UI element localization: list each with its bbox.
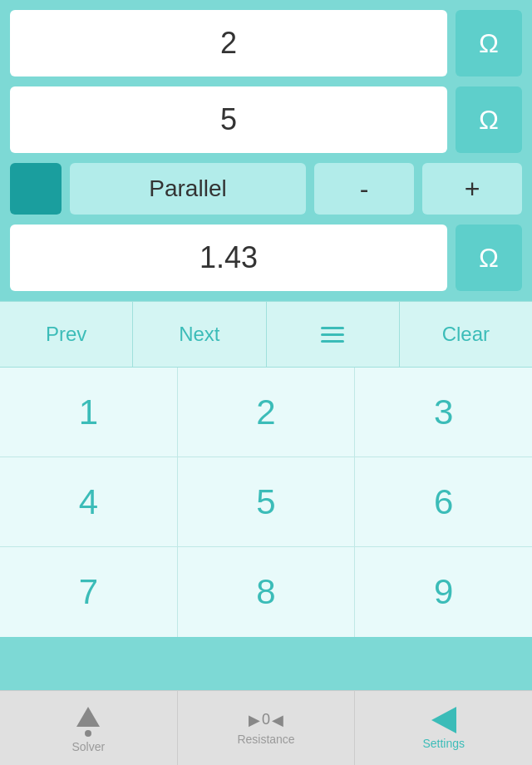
tab-resistance-label: Resistance bbox=[237, 733, 294, 746]
hamburger-icon bbox=[321, 327, 344, 343]
input-row-1: Ω bbox=[10, 10, 522, 76]
inputs-section: Ω Ω Parallel - + Ω bbox=[0, 0, 532, 291]
key-2[interactable]: 2 bbox=[178, 368, 356, 457]
result-field[interactable] bbox=[10, 225, 447, 291]
clear-button[interactable]: Clear bbox=[400, 302, 532, 367]
tab-resistance[interactable]: ▶ 0 ◀ Resistance bbox=[178, 691, 356, 765]
key-6[interactable]: 6 bbox=[355, 457, 532, 546]
minus-button[interactable]: - bbox=[314, 163, 414, 215]
plus-icon: + bbox=[465, 174, 480, 204]
numpad-row-3: 7 8 9 bbox=[0, 547, 532, 637]
key-9[interactable]: 9 bbox=[355, 547, 532, 637]
omega-symbol-1: Ω bbox=[479, 28, 499, 59]
omega-button-result[interactable]: Ω bbox=[456, 225, 522, 291]
clear-label: Clear bbox=[442, 323, 490, 346]
numpad: 1 2 3 4 5 6 7 8 9 bbox=[0, 368, 532, 637]
tab-settings-label: Settings bbox=[422, 737, 465, 750]
resistance-icon: ▶ 0 ◀ bbox=[249, 711, 283, 729]
key-1[interactable]: 1 bbox=[0, 368, 178, 457]
settings-arrow-icon bbox=[431, 707, 456, 733]
tab-settings[interactable]: Settings bbox=[355, 691, 532, 765]
minus-icon: - bbox=[360, 174, 369, 204]
key-8[interactable]: 8 bbox=[178, 547, 356, 637]
parallel-label-text: Parallel bbox=[149, 175, 226, 201]
next-label: Next bbox=[179, 323, 219, 346]
tab-bar: Solver ▶ 0 ◀ Resistance Settings bbox=[0, 690, 532, 765]
key-7[interactable]: 7 bbox=[0, 547, 178, 637]
tab-solver-label: Solver bbox=[71, 740, 105, 753]
parallel-color-indicator bbox=[10, 163, 62, 215]
omega-button-2[interactable]: Ω bbox=[456, 86, 522, 153]
tab-solver[interactable]: Solver bbox=[0, 691, 178, 765]
resistor-input-2[interactable] bbox=[10, 86, 447, 153]
input-row-2: Ω bbox=[10, 86, 522, 153]
omega-symbol-result: Ω bbox=[479, 243, 499, 274]
numpad-row-2: 4 5 6 bbox=[0, 457, 532, 547]
solver-triangle-icon bbox=[76, 707, 100, 727]
menu-button[interactable] bbox=[267, 302, 400, 367]
prev-button[interactable]: Prev bbox=[0, 302, 133, 367]
solver-dot-icon bbox=[85, 730, 91, 737]
toolbar: Prev Next Clear bbox=[0, 301, 532, 368]
result-row: Ω bbox=[10, 225, 522, 291]
parallel-row: Parallel - + bbox=[10, 163, 522, 215]
key-3[interactable]: 3 bbox=[355, 368, 532, 457]
parallel-label-button[interactable]: Parallel bbox=[70, 163, 306, 215]
numpad-row-1: 1 2 3 bbox=[0, 368, 532, 457]
omega-button-1[interactable]: Ω bbox=[456, 10, 522, 76]
omega-symbol-2: Ω bbox=[479, 105, 499, 136]
key-4[interactable]: 4 bbox=[0, 457, 178, 546]
prev-label: Prev bbox=[46, 323, 86, 346]
resistor-input-1[interactable] bbox=[10, 10, 447, 76]
key-5[interactable]: 5 bbox=[178, 457, 356, 546]
next-button[interactable]: Next bbox=[133, 302, 266, 367]
plus-button[interactable]: + bbox=[422, 163, 522, 215]
